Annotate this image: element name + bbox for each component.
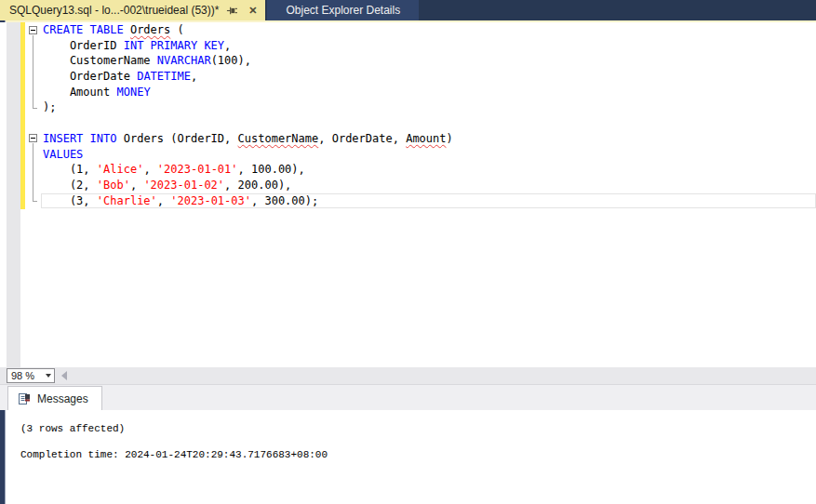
code-line[interactable]: ); — [41, 99, 816, 115]
code-line[interactable]: VALUES — [41, 147, 816, 163]
fold-guide-line — [33, 35, 33, 109]
horizontal-scrollbar-track[interactable] — [73, 367, 816, 384]
unsaved-changes-bar — [20, 22, 25, 209]
message-line: Completion time: 2024-01-24T20:29:43.717… — [7, 434, 816, 460]
collapse-region-icon[interactable] — [29, 26, 37, 34]
code-line-current[interactable]: (3, 'Charlie', '2023-01-03', 300.00); — [41, 193, 816, 209]
document-tab-strip: SQLQuery13.sql - lo...-002\trueideal (53… — [0, 0, 816, 20]
zoom-level-value: 98 % — [7, 370, 42, 381]
close-icon[interactable]: ✕ — [246, 4, 260, 18]
code-line[interactable]: CREATE TABLE Orders ( — [41, 22, 816, 38]
scroll-left-arrow-icon[interactable] — [61, 371, 67, 380]
code-lines[interactable]: CREATE TABLE Orders ( OrderID INT PRIMAR… — [41, 22, 816, 208]
code-editor[interactable]: CREATE TABLE Orders ( OrderID INT PRIMAR… — [0, 22, 816, 367]
ssms-window: SQLQuery13.sql - lo...-002\trueideal (53… — [0, 0, 816, 504]
inactive-tab-title: Object Explorer Details — [286, 4, 400, 17]
horizontal-scrollbar[interactable]: 98 % — [0, 367, 816, 384]
tab-messages[interactable]: Messages — [7, 386, 102, 411]
code-line[interactable] — [41, 115, 816, 131]
tab-object-explorer-details[interactable]: Object Explorer Details — [267, 0, 419, 20]
results-tab-strip: Messages — [0, 384, 816, 410]
active-tab-title: SQLQuery13.sql - lo...-002\trueideal (53… — [9, 4, 219, 17]
collapse-region-icon[interactable] — [29, 134, 37, 142]
messages-icon — [17, 391, 32, 406]
code-line[interactable]: Amount MONEY — [41, 85, 816, 100]
editor-indicator-margin — [7, 22, 20, 367]
fold-guide-line — [33, 143, 33, 201]
code-line[interactable]: OrderDate DATETIME, — [41, 69, 816, 85]
messages-panel[interactable]: (3 rows affected) Completion time: 2024-… — [7, 410, 816, 504]
fold-column — [28, 22, 41, 367]
code-line[interactable]: INSERT INTO Orders (OrderID, CustomerNam… — [41, 131, 816, 147]
code-line[interactable]: CustomerName NVARCHAR(100), — [41, 53, 816, 69]
code-line[interactable]: (2, 'Bob', '2023-01-02', 200.00), — [41, 178, 816, 193]
code-line[interactable]: OrderID INT PRIMARY KEY, — [41, 38, 816, 54]
combo-dropdown-button[interactable] — [42, 369, 54, 382]
code-line[interactable]: (1, 'Alice', '2023-01-01', 100.00), — [41, 162, 816, 178]
tab-sqlquery13[interactable]: SQLQuery13.sql - lo...-002\trueideal (53… — [0, 0, 265, 20]
pin-icon[interactable] — [225, 4, 239, 18]
message-line: (3 rows affected) — [7, 410, 816, 434]
chevron-down-icon — [46, 374, 51, 378]
messages-tab-label: Messages — [37, 392, 88, 405]
zoom-level-select[interactable]: 98 % — [7, 368, 55, 383]
